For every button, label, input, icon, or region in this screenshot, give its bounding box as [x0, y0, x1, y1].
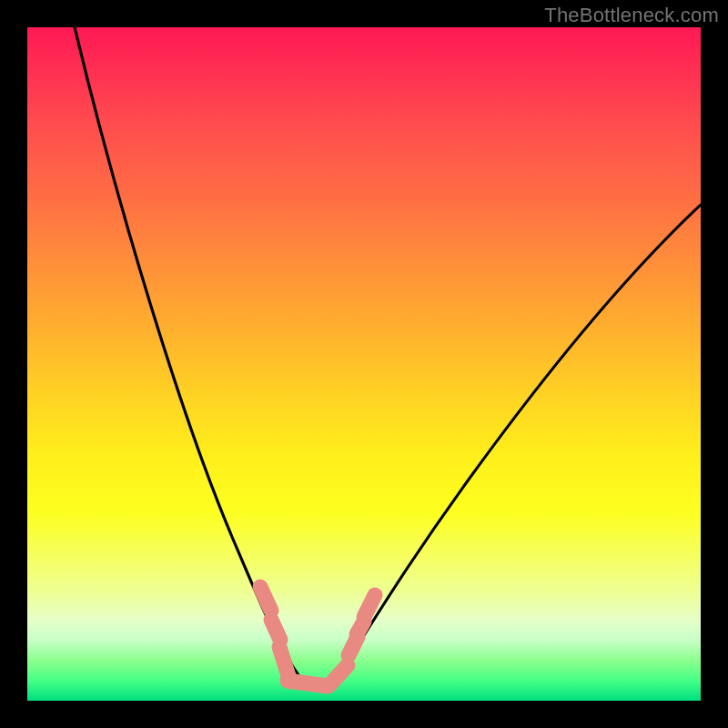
marker-icon [271, 620, 280, 640]
marker-icon [364, 595, 375, 617]
curve-right [337, 205, 701, 678]
chart-svg [27, 27, 701, 701]
valley-markers [260, 587, 375, 686]
marker-icon [329, 665, 348, 685]
marker-icon [288, 681, 328, 686]
marker-icon [260, 587, 271, 611]
chart-plot-area [27, 27, 701, 701]
watermark-text: TheBottleneck.com [544, 4, 719, 27]
curve-left [75, 27, 300, 678]
chart-frame: TheBottleneck.com [0, 0, 728, 728]
